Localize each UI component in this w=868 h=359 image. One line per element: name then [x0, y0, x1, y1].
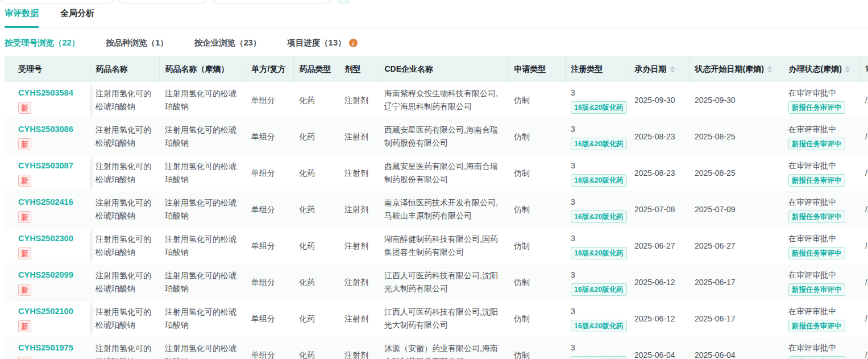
drug-type-cell: 化药 — [293, 264, 339, 300]
col-drug-type: 药品类型 — [293, 56, 339, 82]
drug-type-cell: 化药 — [293, 300, 339, 337]
table-row: CYHS2502100 新 注射用氢化可的松琥珀酸钠 注射用氢化可的松琥珀酸钠 … — [5, 300, 868, 337]
drug-name-moxi-cell: 注射用氢化可的松琥珀酸钠 — [159, 264, 246, 300]
accept-date-cell: 2025-08-23 — [629, 118, 689, 155]
dosage-form-cell: 注射剂 — [339, 191, 379, 228]
acceptance-number-cell: CYHS2503584 新 — [5, 82, 90, 118]
table-row: CYHS2502099 新 注射用氢化可的松琥珀酸钠 注射用氢化可的松琥珀酸钠 … — [5, 264, 868, 300]
application-type-cell: 仿制 — [508, 118, 565, 155]
handle-status-text: 在审评审批中 — [788, 232, 854, 245]
handle-status-cell: 在审评审批中 新报任务审评中 — [783, 300, 859, 337]
drug-name-moxi-cell: 注射用氢化可的松琥珀酸钠 — [159, 300, 246, 337]
extra-cell: / — [859, 264, 868, 300]
acceptance-number-link[interactable]: CYHS2503087 — [18, 159, 84, 172]
subtab-by-enterprise[interactable]: 按企业浏览（23） — [194, 38, 261, 48]
table-row: CYHS2502300 新 注射用氢化可的松琥珀酸钠 注射用氢化可的松琥珀酸钠 … — [5, 228, 868, 264]
extra-cell: / — [859, 191, 868, 228]
table-row: CYHS2501975 新 注射用氢化可的松琥珀酸钠 注射用氢化可的松琥珀酸钠 … — [5, 337, 868, 359]
new-badge: 新 — [18, 175, 31, 187]
acceptance-number-link[interactable]: CYHS2501975 — [18, 341, 84, 354]
application-type-cell: 仿制 — [508, 228, 565, 264]
col-acceptance-number: 受理号 — [5, 56, 90, 82]
extra-cell: / — [859, 337, 868, 359]
accept-date-cell: 2025-06-27 — [629, 228, 689, 264]
dosage-form-cell: 注射剂 — [339, 300, 379, 337]
drug-name-cell: 注射用氢化可的松琥珀酸钠 — [90, 118, 159, 155]
tab-global-analysis[interactable]: 全局分析 — [60, 8, 94, 28]
registration-type-badge: 16版&20版化药 — [571, 138, 627, 150]
handle-status-badge: 新报任务审评中 — [788, 174, 845, 187]
drug-type-cell: 化药 — [293, 191, 339, 228]
handle-status-text: 在审评审批中 — [788, 159, 854, 172]
composition-cell: 单组分 — [246, 300, 293, 337]
sort-icon[interactable] — [670, 66, 675, 73]
status-start-date-cell: 2025-08-25 — [689, 155, 783, 191]
registration-type-value: 3 — [571, 305, 623, 318]
status-start-date-cell: 2025-09-30 — [689, 82, 783, 118]
drug-type-cell: 化药 — [293, 82, 339, 118]
tab-review-data[interactable]: 审评数据 — [5, 8, 39, 28]
sort-icon[interactable] — [767, 66, 772, 73]
handle-status-text: 在审评审批中 — [788, 123, 854, 136]
sort-icon[interactable] — [845, 66, 850, 73]
filter-input-2[interactable] — [119, 0, 206, 3]
handle-status-badge: 新报任务审评中 — [788, 211, 845, 223]
subtab-by-acceptance-number[interactable]: 按受理号浏览（22） — [5, 38, 80, 48]
acceptance-number-link[interactable]: CYHS2502416 — [18, 196, 84, 208]
acceptance-number-cell: CYHS2503087 新 — [5, 155, 90, 191]
application-type-cell: 仿制 — [508, 264, 565, 300]
drug-name-cell: 注射用氢化可的松琥珀酸钠 — [90, 228, 159, 264]
acceptance-number-cell: CYHS2503086 新 — [5, 118, 90, 155]
composition-cell: 单组分 — [246, 228, 293, 264]
extra-cell: / — [859, 300, 868, 337]
registration-type-value: 3 — [571, 341, 623, 354]
handle-status-cell: 在审评审批中 新报任务审评中 — [783, 264, 859, 300]
handle-status-text: 在审评审批中 — [788, 341, 854, 354]
search-button[interactable] — [338, 0, 350, 3]
review-table: 受理号 药品名称 药品名称（摩熵） 单方/复方 药品类型 剂型 CDE企业名称 … — [5, 56, 868, 359]
dosage-form-cell: 注射剂 — [339, 264, 379, 300]
drug-name-cell: 注射用氢化可的松琥珀酸钠 — [90, 337, 159, 359]
drug-name-moxi-cell: 注射用氢化可的松琥珀酸钠 — [159, 337, 246, 359]
table-row: CYHS2503087 新 注射用氢化可的松琥珀酸钠 注射用氢化可的松琥珀酸钠 … — [5, 155, 868, 191]
review-table-wrap: 受理号 药品名称 药品名称（摩熵） 单方/复方 药品类型 剂型 CDE企业名称 … — [5, 56, 868, 359]
new-badge: 新 — [18, 211, 31, 223]
registration-type-value: 3 — [571, 159, 623, 172]
subtab-by-variety[interactable]: 按品种浏览（1） — [106, 38, 168, 48]
registration-type-badge: 16版&20版化药 — [571, 211, 627, 223]
composition-cell: 单组分 — [246, 118, 293, 155]
acceptance-number-link[interactable]: CYHS2503584 — [18, 86, 84, 99]
registration-type-value: 3 — [571, 86, 623, 100]
acceptance-number-cell: CYHS2502099 新 — [5, 264, 90, 300]
acceptance-number-cell: CYHS2502100 新 — [5, 300, 90, 337]
acceptance-number-link[interactable]: CYHS2503086 — [18, 123, 84, 135]
registration-type-cell: 3 16版&20版化药 — [565, 155, 629, 191]
filter-input-1[interactable] — [1, 0, 114, 3]
extra-cell: / — [859, 155, 868, 191]
drug-name-moxi-cell: 注射用氢化可的松琥珀酸钠 — [159, 118, 246, 155]
info-icon[interactable]: i — [349, 39, 358, 47]
registration-type-cell: 3 16版&20版化药 — [565, 300, 629, 337]
drug-name-cell: 注射用氢化可的松琥珀酸钠 — [90, 300, 159, 337]
handle-status-cell: 在审评审批中 新报任务审评中 — [783, 155, 859, 191]
composition-cell: 单组分 — [246, 155, 293, 191]
drug-type-cell: 化药 — [293, 337, 339, 359]
col-handle-status-label: 办理状态(摩熵) — [789, 64, 842, 73]
handle-status-cell: 在审评审批中 新报任务审评中 — [783, 191, 859, 228]
acceptance-number-link[interactable]: CYHS2502100 — [18, 305, 84, 317]
acceptance-number-link[interactable]: CYHS2502099 — [18, 269, 84, 281]
company-cell: 湖南醇健制药科技有限公司,国药集团容生制药有限公司 — [379, 228, 508, 264]
new-badge: 新 — [18, 247, 31, 259]
subtab-project-progress-label: 项目进度（13） — [287, 38, 346, 48]
subtab-project-progress[interactable]: 项目进度（13） i — [287, 38, 357, 48]
acceptance-number-cell: CYHS2502416 新 — [5, 191, 90, 228]
acceptance-number-link[interactable]: CYHS2502300 — [18, 232, 84, 245]
filter-bar — [0, 0, 868, 5]
registration-type-cell: 3 16版&20版化药 — [565, 228, 629, 264]
filter-input-3[interactable] — [213, 0, 330, 3]
accept-date-cell: 2025-09-30 — [629, 82, 689, 118]
registration-type-value: 3 — [571, 123, 623, 136]
col-application-type: 申请类型 — [508, 56, 565, 82]
col-composition: 单方/复方 — [246, 56, 293, 82]
acceptance-number-cell: CYHS2502300 新 — [5, 228, 90, 264]
